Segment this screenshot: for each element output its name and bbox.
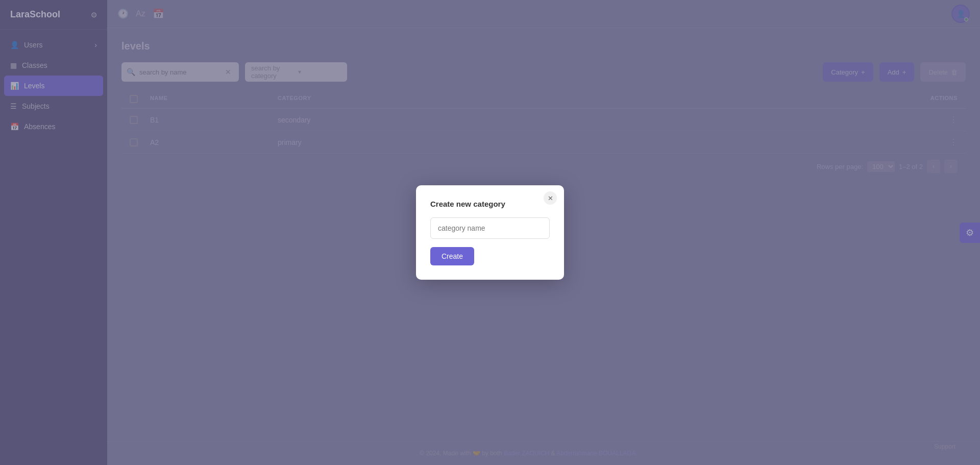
modal-close-button[interactable]: ✕ bbox=[544, 191, 557, 205]
create-button-label: Create bbox=[442, 252, 463, 260]
create-category-modal: Create new category ✕ Create bbox=[416, 185, 564, 280]
create-category-button[interactable]: Create bbox=[430, 247, 474, 265]
category-name-input[interactable] bbox=[430, 217, 550, 239]
modal-overlay: Create new category ✕ Create bbox=[0, 0, 980, 465]
modal-title: Create new category bbox=[430, 200, 550, 208]
